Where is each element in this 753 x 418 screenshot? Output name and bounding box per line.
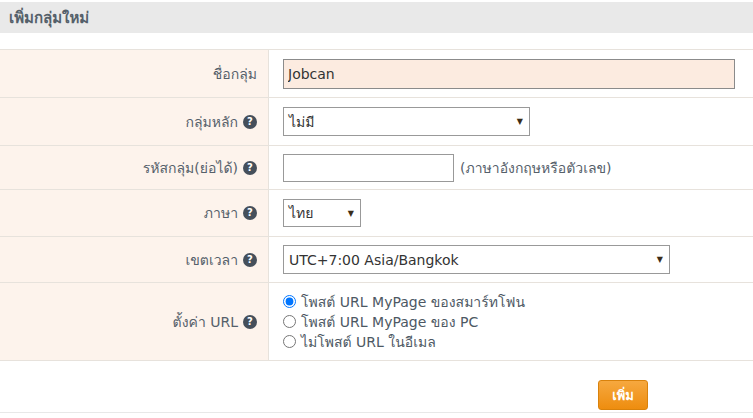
group-name-label-cell: ชื่อกลุ่ม <box>0 50 269 97</box>
parent-group-selected-value: ไม่มี <box>289 111 315 133</box>
language-selected-value: ไทย <box>289 202 313 224</box>
parent-group-label-cell: กลุ่มหลัก ? <box>0 98 269 145</box>
timezone-select[interactable]: UTC+7:00 Asia/Bangkok ▼ <box>283 245 670 274</box>
group-code-hint: (ภาษาอังกฤษหรือตัวเลข) <box>460 157 612 179</box>
radio-option-label: โพสต์ URL MyPage ของ PC <box>301 311 478 333</box>
add-group-form: ชื่อกลุ่ม กลุ่มหลัก ? ไม่มี ▼ รหัสกลุ่ม(… <box>0 49 753 361</box>
url-setting-radio-group: โพสต์ URL MyPage ของสมาร์ทโฟน โพสต์ URL … <box>283 291 525 353</box>
chevron-down-icon: ▼ <box>348 209 354 218</box>
form-row-url-setting: ตั้งค่า URL ? โพสต์ URL MyPage ของสมาร์ท… <box>0 283 753 361</box>
radio-option-url-none[interactable]: ไม่โพสต์ URL ในอีเมล <box>283 333 525 351</box>
timezone-selected-value: UTC+7:00 Asia/Bangkok <box>289 252 459 268</box>
help-icon[interactable]: ? <box>243 253 257 267</box>
form-row-timezone: เขตเวลา ? UTC+7:00 Asia/Bangkok ▼ <box>0 237 753 283</box>
radio-option-label: ไม่โพสต์ URL ในอีเมล <box>301 331 436 353</box>
parent-group-value-cell: ไม่มี ▼ <box>269 98 753 145</box>
parent-group-select[interactable]: ไม่มี ▼ <box>283 107 530 136</box>
url-setting-label-cell: ตั้งค่า URL ? <box>0 283 269 360</box>
radio-button[interactable] <box>283 295 296 308</box>
chevron-down-icon: ▼ <box>657 255 663 264</box>
page-title: เพิ่มกลุ่มใหม่ <box>9 6 89 30</box>
radio-option-label: โพสต์ URL MyPage ของสมาร์ทโฟน <box>301 291 525 313</box>
form-row-language: ภาษา ? ไทย ▼ <box>0 190 753 237</box>
radio-button[interactable] <box>283 335 296 348</box>
footer-area: เพิ่ม <box>0 360 753 418</box>
radio-option-url-smartphone[interactable]: โพสต์ URL MyPage ของสมาร์ทโฟน <box>283 293 525 311</box>
group-code-label: รหัสกลุ่ม(ย่อได้) <box>143 157 238 179</box>
url-setting-label: ตั้งค่า URL <box>173 311 238 333</box>
language-label: ภาษา <box>204 202 238 224</box>
language-label-cell: ภาษา ? <box>0 190 269 236</box>
language-value-cell: ไทย ▼ <box>269 190 753 236</box>
radio-option-url-pc[interactable]: โพสต์ URL MyPage ของ PC <box>283 313 525 331</box>
form-row-group-code: รหัสกลุ่ม(ย่อได้) ? (ภาษาอังกฤษหรือตัวเล… <box>0 146 753 190</box>
group-name-label: ชื่อกลุ่ม <box>213 63 257 85</box>
form-row-parent-group: กลุ่มหลัก ? ไม่มี ▼ <box>0 98 753 146</box>
timezone-label-cell: เขตเวลา ? <box>0 237 269 282</box>
bottom-divider <box>0 412 753 413</box>
timezone-label: เขตเวลา <box>185 249 238 271</box>
form-row-group-name: ชื่อกลุ่ม <box>0 50 753 98</box>
group-name-value-cell <box>269 50 753 97</box>
page-header: เพิ่มกลุ่มใหม่ <box>0 2 753 33</box>
language-select[interactable]: ไทย ▼ <box>283 199 361 227</box>
group-code-value-cell: (ภาษาอังกฤษหรือตัวเลข) <box>269 146 753 189</box>
url-setting-value-cell: โพสต์ URL MyPage ของสมาร์ทโฟน โพสต์ URL … <box>269 283 753 360</box>
radio-button[interactable] <box>283 315 296 328</box>
chevron-down-icon: ▼ <box>517 117 523 126</box>
add-button[interactable]: เพิ่ม <box>598 380 648 410</box>
parent-group-label: กลุ่มหลัก <box>185 111 238 133</box>
group-code-label-cell: รหัสกลุ่ม(ย่อได้) ? <box>0 146 269 189</box>
group-code-input[interactable] <box>283 154 454 182</box>
group-name-input[interactable] <box>283 59 735 89</box>
help-icon[interactable]: ? <box>243 206 257 220</box>
timezone-value-cell: UTC+7:00 Asia/Bangkok ▼ <box>269 237 753 282</box>
help-icon[interactable]: ? <box>243 115 257 129</box>
help-icon[interactable]: ? <box>243 315 257 329</box>
help-icon[interactable]: ? <box>243 161 257 175</box>
